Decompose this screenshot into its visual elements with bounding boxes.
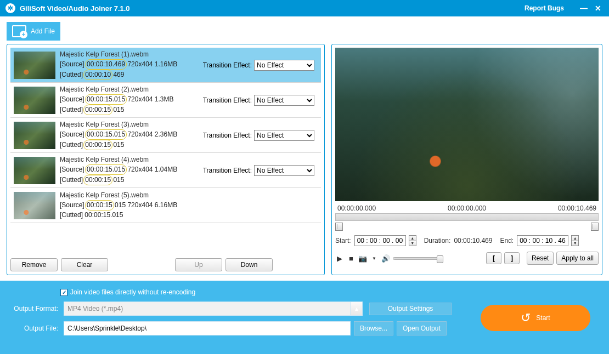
bottom-bar: ✓ Join video files directly without re-e… bbox=[0, 281, 609, 354]
start-icon: ↺ bbox=[521, 311, 531, 325]
play-icon[interactable]: ▶ bbox=[335, 254, 344, 263]
file-thumbnail bbox=[14, 192, 55, 219]
file-info: Majestic Kelp Forest (2).webm[Source] 00… bbox=[60, 85, 203, 115]
down-button[interactable]: Down bbox=[225, 258, 273, 271]
transition-label: Transition Effect: bbox=[203, 61, 252, 69]
trim-end-handle[interactable]: ⎸ bbox=[591, 223, 599, 231]
file-info: Majestic Kelp Forest (1).webm[Source] 00… bbox=[60, 50, 203, 80]
file-row[interactable]: Majestic Kelp Forest (2).webm[Source] 00… bbox=[10, 83, 321, 118]
start-button[interactable]: ↺ Start bbox=[481, 305, 590, 331]
remove-button[interactable]: Remove bbox=[10, 258, 58, 271]
report-bugs-link[interactable]: Report Bugs bbox=[525, 4, 564, 12]
start-input[interactable] bbox=[354, 235, 406, 246]
clear-button[interactable]: Clear bbox=[61, 258, 108, 271]
titlebar: ✲ GiliSoft Video/Audio Joiner 7.1.0 Repo… bbox=[0, 0, 609, 16]
output-format-label: Output Format: bbox=[11, 305, 64, 312]
file-thumbnail bbox=[14, 122, 55, 149]
stop-icon[interactable]: ■ bbox=[347, 254, 356, 263]
add-file-button[interactable]: Add File bbox=[7, 22, 60, 41]
time-start: 00:00:00.000 bbox=[337, 204, 376, 212]
end-input[interactable] bbox=[517, 235, 568, 246]
app-title: GiliSoft Video/Audio Joiner 7.1.0 bbox=[20, 4, 130, 13]
add-file-label: Add File bbox=[31, 27, 55, 35]
duration-label: Duration: bbox=[424, 237, 451, 244]
video-preview[interactable] bbox=[335, 48, 599, 201]
file-info: Majestic Kelp Forest (5).webm[Source] 00… bbox=[60, 191, 318, 220]
end-label: End: bbox=[500, 237, 514, 244]
trim-start-handle[interactable]: ⎸ bbox=[335, 223, 343, 231]
volume-icon[interactable]: 🔊 bbox=[381, 254, 390, 263]
start-label: Start bbox=[536, 314, 550, 322]
transition-label: Transition Effect: bbox=[203, 96, 252, 104]
up-button[interactable]: Up bbox=[175, 258, 222, 271]
start-stepper[interactable]: ▲▼ bbox=[409, 235, 416, 246]
output-format-dropdown-icon[interactable]: ▴ bbox=[351, 302, 363, 316]
mark-out-button[interactable]: ] bbox=[504, 252, 520, 264]
output-settings-button[interactable]: Output Settings bbox=[369, 303, 452, 315]
output-file-label: Output File: bbox=[11, 325, 64, 332]
start-label: Start: bbox=[335, 237, 351, 244]
open-output-button[interactable]: Open Output bbox=[397, 321, 447, 335]
transition-select[interactable]: No Effect bbox=[254, 130, 314, 141]
close-button[interactable]: ✕ bbox=[593, 4, 604, 13]
time-end: 00:00:10.469 bbox=[558, 204, 596, 212]
end-stepper[interactable]: ▲▼ bbox=[571, 235, 579, 246]
file-info: Majestic Kelp Forest (4).webm[Source] 00… bbox=[60, 155, 203, 185]
file-row[interactable]: Majestic Kelp Forest (4).webm[Source] 00… bbox=[10, 153, 321, 188]
file-list-panel: Majestic Kelp Forest (1).webm[Source] 00… bbox=[7, 44, 325, 275]
seek-track[interactable] bbox=[335, 213, 599, 221]
mark-in-button[interactable]: [ bbox=[486, 252, 501, 264]
output-file-input[interactable] bbox=[64, 321, 351, 335]
file-row[interactable]: Majestic Kelp Forest (5).webm[Source] 00… bbox=[10, 188, 321, 223]
transition-select[interactable]: No Effect bbox=[254, 60, 314, 71]
toolbar: Add File bbox=[0, 16, 609, 44]
browse-button[interactable]: Browse... bbox=[354, 321, 393, 335]
file-thumbnail bbox=[14, 87, 55, 114]
apply-to-all-button[interactable]: Apply to all bbox=[556, 252, 599, 265]
snapshot-icon[interactable]: 📷 bbox=[358, 254, 367, 263]
output-format-combo[interactable]: MP4 Video (*.mp4) bbox=[64, 302, 351, 316]
direct-join-label: Join video files directly without re-enc… bbox=[70, 288, 195, 296]
preview-panel: 00:00:00.000 00:00:00.000 00:00:10.469 ⎸… bbox=[331, 44, 602, 275]
file-thumbnail bbox=[14, 157, 55, 184]
app-logo-icon: ✲ bbox=[5, 3, 15, 13]
file-info: Majestic Kelp Forest (3).webm[Source] 00… bbox=[60, 120, 203, 150]
transition-label: Transition Effect: bbox=[203, 167, 252, 174]
minimize-button[interactable]: — bbox=[578, 4, 589, 13]
add-file-icon bbox=[12, 25, 26, 37]
file-row[interactable]: Majestic Kelp Forest (3).webm[Source] 00… bbox=[10, 118, 321, 153]
file-row[interactable]: Majestic Kelp Forest (1).webm[Source] 00… bbox=[10, 48, 321, 83]
snapshot-menu-icon[interactable]: ▼ bbox=[370, 254, 379, 263]
direct-join-checkbox[interactable]: ✓ bbox=[60, 289, 67, 296]
reset-button[interactable]: Reset bbox=[527, 252, 554, 265]
duration-value: 00:00:10.469 bbox=[454, 237, 492, 244]
file-thumbnail bbox=[14, 52, 55, 79]
transition-select[interactable]: No Effect bbox=[254, 165, 314, 176]
time-current: 00:00:00.000 bbox=[448, 204, 486, 212]
volume-slider[interactable] bbox=[393, 257, 442, 260]
transition-select[interactable]: No Effect bbox=[254, 95, 314, 106]
transition-label: Transition Effect: bbox=[203, 132, 252, 139]
